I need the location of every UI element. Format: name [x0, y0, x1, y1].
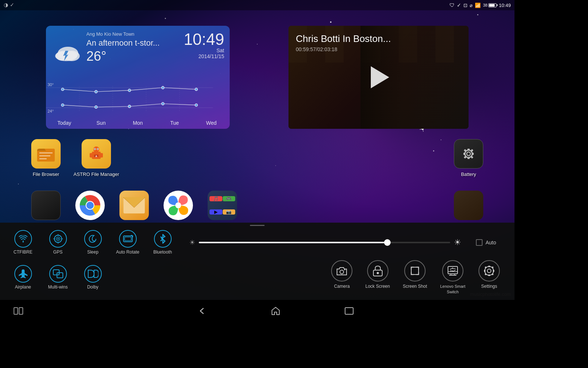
music-widget[interactable]: Chris Botti In Boston... 00:59:57/02:03:… [288, 26, 469, 129]
app-photos[interactable] [162, 191, 195, 220]
brightness-control: ☀ ☀ [175, 238, 476, 247]
weather-description: An afternoon t-stor... [86, 38, 159, 48]
cast-icon: ⊡ [463, 3, 467, 8]
svg-rect-113 [345, 308, 353, 314]
status-time: 10:49 [499, 3, 511, 8]
settings-action-label: Settings [481, 284, 497, 289]
brightness-fill [199, 242, 387, 243]
app-multi-folder[interactable]: 🎵 🎮 ▶ 📷 [206, 191, 239, 220]
play-triangle-icon [371, 66, 389, 88]
svg-point-80 [57, 238, 59, 240]
weather-day: Sat [184, 47, 224, 53]
toggle-ctfibre[interactable]: CTFIBRE [11, 230, 35, 255]
app-collage[interactable] [452, 191, 485, 220]
action-screen-shot[interactable]: Screen Shot [403, 260, 427, 294]
brightness-thumb [384, 239, 391, 246]
toggle-airplane[interactable]: Airplane [11, 265, 35, 290]
lenovo-smart-switch-action-label: Lenovo Smart Switch [440, 284, 466, 294]
app-astro[interactable]: A ASTRO File Manager [74, 139, 119, 177]
gps-label: GPS [53, 250, 62, 255]
battery-percent: 38 [483, 3, 487, 7]
toggle-auto-rotate[interactable]: Auto Rotate [116, 230, 140, 255]
lenovo-smart-switch-icon [442, 260, 463, 282]
toggle-gps[interactable]: GPS [46, 230, 70, 255]
svg-point-36 [128, 105, 131, 107]
app-email[interactable] [118, 191, 151, 220]
svg-rect-109 [485, 273, 487, 276]
svg-point-102 [487, 269, 491, 273]
svg-rect-108 [492, 266, 494, 269]
action-settings[interactable]: Settings [478, 260, 500, 294]
brightness-low-icon: ☀ [189, 238, 195, 247]
action-lock-screen[interactable]: Lock Screen [365, 260, 390, 294]
airplane-label: Airplane [15, 284, 31, 290]
panel-actions: Camera Lock Screen [331, 260, 503, 294]
svg-point-54 [94, 149, 95, 149]
action-lenovo-smart-switch[interactable]: Lenovo Smart Switch [440, 260, 466, 294]
action-camera[interactable]: Camera [331, 260, 352, 294]
file-browser-icon [31, 139, 61, 169]
svg-rect-47 [39, 158, 47, 159]
nav-recents[interactable] [312, 300, 386, 322]
wifi-status-icon: 📶 [475, 3, 481, 8]
notification-icons: ◑ ✓ [4, 2, 14, 8]
play-button[interactable] [366, 64, 391, 90]
nav-home[interactable] [239, 300, 312, 322]
toggle-bluetooth[interactable]: Bluetooth [151, 230, 175, 255]
screen-shot-action-label: Screen Shot [403, 284, 427, 289]
panel-toggles: CTFIBRE GPS [11, 230, 175, 255]
nav-multiwindow-icon [14, 307, 23, 315]
weather-widget[interactable]: Ang Mo Kio New Town An afternoon t-stor.… [46, 26, 230, 129]
airplane-icon [14, 265, 32, 283]
notification-icon: ✓ [457, 2, 461, 8]
panel-row2: Airplane Multi-wins [0, 258, 514, 300]
app-battery-wrapper: Battery [452, 139, 485, 177]
auto-checkbox[interactable] [476, 239, 483, 246]
app-file-browser[interactable]: File Browser [29, 139, 62, 177]
app-chrome[interactable] [74, 191, 107, 220]
auto-toggle[interactable]: Auto [476, 239, 503, 246]
svg-rect-111 [14, 308, 18, 314]
weather-info: Ang Mo Kio New Town An afternoon t-stor.… [86, 31, 159, 64]
svg-rect-96 [411, 267, 419, 275]
app-folder[interactable] [29, 191, 62, 223]
bluetooth-status-icon: ⌀ [470, 3, 473, 8]
svg-rect-106 [493, 270, 494, 272]
nav-back[interactable] [165, 300, 239, 322]
weather-date: 2014/11/15 [184, 53, 224, 59]
svg-rect-51 [100, 153, 103, 158]
svg-rect-103 [488, 266, 490, 267]
collage-icon [454, 191, 483, 220]
nav-bar [0, 300, 514, 322]
svg-rect-107 [485, 266, 487, 269]
svg-rect-46 [39, 155, 50, 156]
toggle-multi-wins[interactable]: Multi-wins [46, 265, 70, 290]
svg-rect-105 [484, 270, 485, 272]
photos-icon [164, 191, 193, 220]
svg-point-34 [61, 104, 64, 106]
day-today: Today [46, 120, 83, 126]
toggle-sleep[interactable]: Sleep [81, 230, 105, 255]
brightness-slider[interactable] [199, 242, 450, 243]
svg-text:24°: 24° [48, 109, 54, 113]
battery-display: 38 [483, 3, 496, 7]
svg-point-33 [195, 88, 197, 91]
drag-handle[interactable] [0, 223, 514, 228]
battery-label: Battery [461, 171, 476, 177]
gps-icon [49, 230, 67, 248]
auto-rotate-label: Auto Rotate [116, 250, 139, 255]
weather-day-labels: Today Sun Mon Tue Wed [46, 120, 230, 126]
battery-icon [454, 139, 483, 169]
bluetooth-label: Bluetooth [153, 250, 172, 255]
svg-point-95 [377, 272, 379, 274]
nav-multiwindow[interactable] [0, 300, 37, 322]
bluetooth-icon [154, 230, 172, 248]
check-notif-icon: ✓ [10, 2, 14, 8]
svg-point-93 [344, 269, 345, 270]
svg-rect-45 [39, 152, 53, 153]
brightness-high-icon: ☀ [454, 238, 461, 247]
day-sun: Sun [83, 120, 119, 126]
app-battery[interactable]: Battery [452, 139, 485, 177]
multi-wins-icon [49, 265, 67, 283]
toggle-dolby[interactable]: Dolby [81, 265, 105, 290]
